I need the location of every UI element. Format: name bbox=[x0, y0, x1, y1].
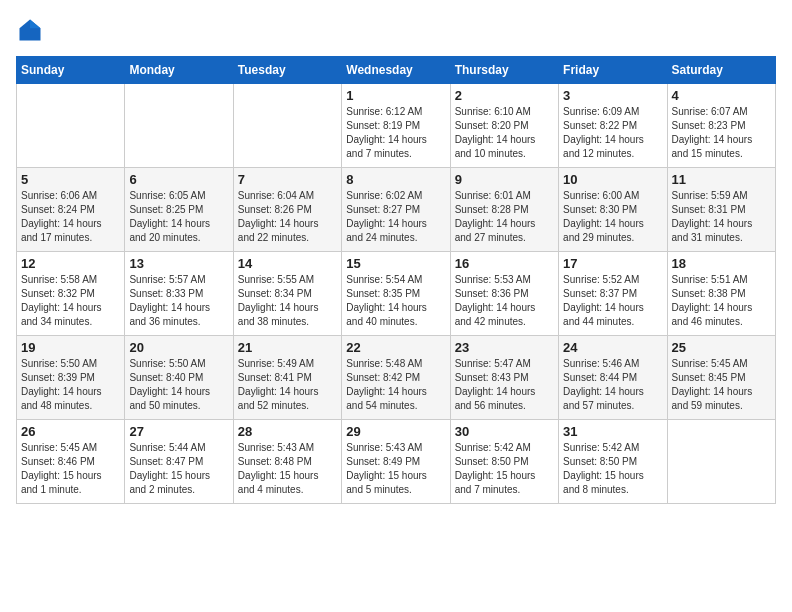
calendar-cell: 2Sunrise: 6:10 AM Sunset: 8:20 PM Daylig… bbox=[450, 84, 558, 168]
day-info: Sunrise: 5:50 AM Sunset: 8:39 PM Dayligh… bbox=[21, 357, 120, 413]
column-header-friday: Friday bbox=[559, 57, 667, 84]
column-header-saturday: Saturday bbox=[667, 57, 775, 84]
day-info: Sunrise: 5:43 AM Sunset: 8:48 PM Dayligh… bbox=[238, 441, 337, 497]
calendar-week-row: 12Sunrise: 5:58 AM Sunset: 8:32 PM Dayli… bbox=[17, 252, 776, 336]
calendar-cell: 30Sunrise: 5:42 AM Sunset: 8:50 PM Dayli… bbox=[450, 420, 558, 504]
calendar-cell: 7Sunrise: 6:04 AM Sunset: 8:26 PM Daylig… bbox=[233, 168, 341, 252]
day-info: Sunrise: 6:06 AM Sunset: 8:24 PM Dayligh… bbox=[21, 189, 120, 245]
calendar-cell: 26Sunrise: 5:45 AM Sunset: 8:46 PM Dayli… bbox=[17, 420, 125, 504]
calendar-cell: 27Sunrise: 5:44 AM Sunset: 8:47 PM Dayli… bbox=[125, 420, 233, 504]
calendar-cell bbox=[17, 84, 125, 168]
day-number: 17 bbox=[563, 256, 662, 271]
day-number: 24 bbox=[563, 340, 662, 355]
calendar-cell: 6Sunrise: 6:05 AM Sunset: 8:25 PM Daylig… bbox=[125, 168, 233, 252]
day-info: Sunrise: 6:05 AM Sunset: 8:25 PM Dayligh… bbox=[129, 189, 228, 245]
calendar-cell: 1Sunrise: 6:12 AM Sunset: 8:19 PM Daylig… bbox=[342, 84, 450, 168]
calendar-cell: 11Sunrise: 5:59 AM Sunset: 8:31 PM Dayli… bbox=[667, 168, 775, 252]
day-info: Sunrise: 5:53 AM Sunset: 8:36 PM Dayligh… bbox=[455, 273, 554, 329]
day-info: Sunrise: 5:59 AM Sunset: 8:31 PM Dayligh… bbox=[672, 189, 771, 245]
day-info: Sunrise: 5:54 AM Sunset: 8:35 PM Dayligh… bbox=[346, 273, 445, 329]
day-number: 11 bbox=[672, 172, 771, 187]
day-number: 4 bbox=[672, 88, 771, 103]
day-info: Sunrise: 5:44 AM Sunset: 8:47 PM Dayligh… bbox=[129, 441, 228, 497]
day-info: Sunrise: 6:12 AM Sunset: 8:19 PM Dayligh… bbox=[346, 105, 445, 161]
day-info: Sunrise: 6:04 AM Sunset: 8:26 PM Dayligh… bbox=[238, 189, 337, 245]
day-info: Sunrise: 5:58 AM Sunset: 8:32 PM Dayligh… bbox=[21, 273, 120, 329]
day-info: Sunrise: 5:57 AM Sunset: 8:33 PM Dayligh… bbox=[129, 273, 228, 329]
day-number: 15 bbox=[346, 256, 445, 271]
calendar-cell: 13Sunrise: 5:57 AM Sunset: 8:33 PM Dayli… bbox=[125, 252, 233, 336]
calendar-cell: 10Sunrise: 6:00 AM Sunset: 8:30 PM Dayli… bbox=[559, 168, 667, 252]
calendar-cell bbox=[233, 84, 341, 168]
day-info: Sunrise: 5:50 AM Sunset: 8:40 PM Dayligh… bbox=[129, 357, 228, 413]
calendar-cell: 3Sunrise: 6:09 AM Sunset: 8:22 PM Daylig… bbox=[559, 84, 667, 168]
calendar-cell: 5Sunrise: 6:06 AM Sunset: 8:24 PM Daylig… bbox=[17, 168, 125, 252]
day-info: Sunrise: 5:45 AM Sunset: 8:45 PM Dayligh… bbox=[672, 357, 771, 413]
day-info: Sunrise: 5:43 AM Sunset: 8:49 PM Dayligh… bbox=[346, 441, 445, 497]
calendar-week-row: 26Sunrise: 5:45 AM Sunset: 8:46 PM Dayli… bbox=[17, 420, 776, 504]
day-info: Sunrise: 5:45 AM Sunset: 8:46 PM Dayligh… bbox=[21, 441, 120, 497]
day-info: Sunrise: 5:46 AM Sunset: 8:44 PM Dayligh… bbox=[563, 357, 662, 413]
day-number: 18 bbox=[672, 256, 771, 271]
day-number: 2 bbox=[455, 88, 554, 103]
calendar-cell: 18Sunrise: 5:51 AM Sunset: 8:38 PM Dayli… bbox=[667, 252, 775, 336]
svg-marker-1 bbox=[30, 20, 41, 29]
calendar-cell: 28Sunrise: 5:43 AM Sunset: 8:48 PM Dayli… bbox=[233, 420, 341, 504]
day-number: 29 bbox=[346, 424, 445, 439]
calendar-header-row: SundayMondayTuesdayWednesdayThursdayFrid… bbox=[17, 57, 776, 84]
calendar-cell: 15Sunrise: 5:54 AM Sunset: 8:35 PM Dayli… bbox=[342, 252, 450, 336]
calendar-cell bbox=[667, 420, 775, 504]
day-number: 22 bbox=[346, 340, 445, 355]
day-number: 23 bbox=[455, 340, 554, 355]
day-number: 1 bbox=[346, 88, 445, 103]
calendar-week-row: 1Sunrise: 6:12 AM Sunset: 8:19 PM Daylig… bbox=[17, 84, 776, 168]
calendar-cell: 23Sunrise: 5:47 AM Sunset: 8:43 PM Dayli… bbox=[450, 336, 558, 420]
calendar-cell: 25Sunrise: 5:45 AM Sunset: 8:45 PM Dayli… bbox=[667, 336, 775, 420]
day-number: 8 bbox=[346, 172, 445, 187]
day-number: 12 bbox=[21, 256, 120, 271]
calendar-week-row: 19Sunrise: 5:50 AM Sunset: 8:39 PM Dayli… bbox=[17, 336, 776, 420]
column-header-monday: Monday bbox=[125, 57, 233, 84]
calendar-cell: 31Sunrise: 5:42 AM Sunset: 8:50 PM Dayli… bbox=[559, 420, 667, 504]
calendar-cell: 4Sunrise: 6:07 AM Sunset: 8:23 PM Daylig… bbox=[667, 84, 775, 168]
day-number: 10 bbox=[563, 172, 662, 187]
calendar-cell: 19Sunrise: 5:50 AM Sunset: 8:39 PM Dayli… bbox=[17, 336, 125, 420]
day-info: Sunrise: 6:09 AM Sunset: 8:22 PM Dayligh… bbox=[563, 105, 662, 161]
day-number: 9 bbox=[455, 172, 554, 187]
calendar-cell: 20Sunrise: 5:50 AM Sunset: 8:40 PM Dayli… bbox=[125, 336, 233, 420]
logo bbox=[16, 16, 48, 44]
day-info: Sunrise: 5:42 AM Sunset: 8:50 PM Dayligh… bbox=[563, 441, 662, 497]
calendar-cell: 12Sunrise: 5:58 AM Sunset: 8:32 PM Dayli… bbox=[17, 252, 125, 336]
day-info: Sunrise: 5:48 AM Sunset: 8:42 PM Dayligh… bbox=[346, 357, 445, 413]
calendar-cell: 9Sunrise: 6:01 AM Sunset: 8:28 PM Daylig… bbox=[450, 168, 558, 252]
calendar-cell: 16Sunrise: 5:53 AM Sunset: 8:36 PM Dayli… bbox=[450, 252, 558, 336]
day-number: 16 bbox=[455, 256, 554, 271]
day-info: Sunrise: 6:07 AM Sunset: 8:23 PM Dayligh… bbox=[672, 105, 771, 161]
day-number: 26 bbox=[21, 424, 120, 439]
day-info: Sunrise: 6:10 AM Sunset: 8:20 PM Dayligh… bbox=[455, 105, 554, 161]
day-number: 7 bbox=[238, 172, 337, 187]
day-info: Sunrise: 6:00 AM Sunset: 8:30 PM Dayligh… bbox=[563, 189, 662, 245]
column-header-tuesday: Tuesday bbox=[233, 57, 341, 84]
page-header bbox=[16, 16, 776, 44]
day-info: Sunrise: 6:01 AM Sunset: 8:28 PM Dayligh… bbox=[455, 189, 554, 245]
day-info: Sunrise: 5:51 AM Sunset: 8:38 PM Dayligh… bbox=[672, 273, 771, 329]
day-info: Sunrise: 6:02 AM Sunset: 8:27 PM Dayligh… bbox=[346, 189, 445, 245]
day-number: 19 bbox=[21, 340, 120, 355]
calendar-cell: 8Sunrise: 6:02 AM Sunset: 8:27 PM Daylig… bbox=[342, 168, 450, 252]
column-header-sunday: Sunday bbox=[17, 57, 125, 84]
calendar-cell: 22Sunrise: 5:48 AM Sunset: 8:42 PM Dayli… bbox=[342, 336, 450, 420]
calendar-cell bbox=[125, 84, 233, 168]
day-number: 31 bbox=[563, 424, 662, 439]
column-header-wednesday: Wednesday bbox=[342, 57, 450, 84]
calendar-cell: 21Sunrise: 5:49 AM Sunset: 8:41 PM Dayli… bbox=[233, 336, 341, 420]
day-info: Sunrise: 5:49 AM Sunset: 8:41 PM Dayligh… bbox=[238, 357, 337, 413]
logo-icon bbox=[16, 16, 44, 44]
day-number: 27 bbox=[129, 424, 228, 439]
calendar-week-row: 5Sunrise: 6:06 AM Sunset: 8:24 PM Daylig… bbox=[17, 168, 776, 252]
calendar-table: SundayMondayTuesdayWednesdayThursdayFrid… bbox=[16, 56, 776, 504]
day-number: 28 bbox=[238, 424, 337, 439]
day-number: 13 bbox=[129, 256, 228, 271]
day-number: 30 bbox=[455, 424, 554, 439]
day-number: 14 bbox=[238, 256, 337, 271]
